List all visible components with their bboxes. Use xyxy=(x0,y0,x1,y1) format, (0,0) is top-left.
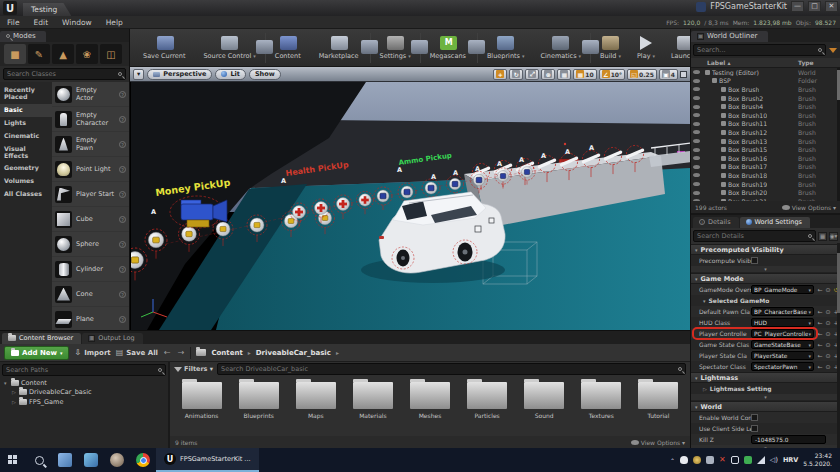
section-lightmass[interactable]: ▾Lightmass xyxy=(691,372,840,383)
toolbar-button[interactable] xyxy=(590,33,591,63)
outliner-row[interactable]: Testing (Editor) World xyxy=(691,68,840,77)
active-app-task-button[interactable]: U FPSGameStarterKit ... xyxy=(156,448,259,472)
outliner-row[interactable]: Box Brush10 Brush xyxy=(691,111,840,120)
network-icon[interactable] xyxy=(757,456,765,464)
perspective-button[interactable]: Perspective xyxy=(147,69,212,80)
details-search-input[interactable] xyxy=(697,232,805,240)
lit-button[interactable]: Lit xyxy=(215,69,245,80)
section-world[interactable]: ▾World xyxy=(691,401,840,412)
visibility-eye-icon[interactable] xyxy=(693,105,700,109)
chrome-app-button[interactable] xyxy=(130,448,156,472)
landscape-mode-icon[interactable]: ▲ xyxy=(52,44,74,64)
asset-folder[interactable]: Particles xyxy=(466,382,509,430)
toolbar-button[interactable] xyxy=(420,33,421,63)
modes-search[interactable] xyxy=(3,68,126,80)
taskbar-clock[interactable]: 23:42 5.5.2020. xyxy=(803,452,834,468)
outliner-row[interactable]: Box Brush21 Brush xyxy=(691,197,840,201)
section-expander[interactable]: ▾ xyxy=(691,445,840,448)
asset-folder[interactable]: Blueprints xyxy=(237,382,280,430)
foliage-mode-icon[interactable]: ❀ xyxy=(76,44,98,64)
tray-icon-red-x[interactable]: ✕ xyxy=(719,456,726,464)
filters-button[interactable]: Filters ▾ xyxy=(174,365,213,373)
toolbar-button[interactable] xyxy=(265,33,266,63)
mode-category[interactable]: Lights xyxy=(0,117,52,130)
visibility-eye-icon[interactable] xyxy=(693,182,700,186)
rotate-tool-button[interactable]: ↻ xyxy=(509,69,523,80)
show-button[interactable]: Show xyxy=(249,69,281,80)
taskbar-search-button[interactable] xyxy=(26,448,52,472)
outliner-row[interactable]: Box Brush Brush xyxy=(691,85,840,94)
tray-icon-gray[interactable] xyxy=(706,456,714,464)
tree-folder-row[interactable]: ▷ FPS_Game xyxy=(2,397,166,407)
language-indicator[interactable]: HRV xyxy=(783,456,798,464)
player-state-dropdown[interactable]: PlayerState▾ xyxy=(751,351,814,360)
visibility-eye-icon[interactable] xyxy=(693,139,700,143)
outliner-row[interactable]: Box Brush13 Brush xyxy=(691,137,840,146)
visibility-eye-icon[interactable] xyxy=(693,148,700,152)
surface-snap-button[interactable]: ▦ xyxy=(557,69,571,80)
paths-search[interactable] xyxy=(2,364,166,376)
assets-search[interactable] xyxy=(217,363,686,375)
assets-search-input[interactable] xyxy=(221,365,675,373)
start-button[interactable] xyxy=(0,448,26,472)
placeable-item[interactable]: Player Start ? xyxy=(52,182,129,207)
details-search[interactable] xyxy=(693,230,816,242)
toolbar-button[interactable]: Build▾ xyxy=(593,34,628,62)
toolbar-button[interactable] xyxy=(370,33,371,63)
outliner-row[interactable]: Box Brush20 Brush xyxy=(691,188,840,197)
asset-folder[interactable]: Tutorial xyxy=(637,382,680,430)
tree-folder-row[interactable]: ▷ DriveableCar_basic xyxy=(2,388,166,398)
scale-tool-button[interactable]: ⤢ xyxy=(525,69,539,80)
menu-edit[interactable]: Edit xyxy=(27,18,56,27)
visibility-eye-icon[interactable] xyxy=(693,191,700,195)
mode-category[interactable]: Geometry xyxy=(0,162,52,175)
visibility-eye-icon[interactable] xyxy=(693,165,700,169)
outliner-row[interactable]: Box Brush12 Brush xyxy=(691,128,840,137)
placeable-item[interactable]: Plane ? xyxy=(52,307,129,330)
toolbar-button[interactable]: Play▾ xyxy=(630,34,662,62)
maximize-button[interactable]: □ xyxy=(808,1,821,12)
world-composition-checkbox[interactable] xyxy=(751,414,758,421)
breadcrumb-content[interactable]: Content xyxy=(211,349,242,357)
toolbar-button[interactable]: Blueprints▾ xyxy=(480,34,532,62)
asset-folder[interactable]: Textures xyxy=(580,382,623,430)
menu-help[interactable]: Help xyxy=(99,18,130,27)
close-button[interactable]: ✕ xyxy=(825,1,838,12)
asset-folder[interactable]: Meshes xyxy=(408,382,451,430)
tray-icon-outline[interactable] xyxy=(731,456,739,464)
section-game-mode[interactable]: ▾Game Mode xyxy=(691,273,840,284)
menu-window[interactable]: Window xyxy=(55,18,99,27)
breadcrumb-folder[interactable]: DriveableCar_basic xyxy=(256,349,331,357)
gamemode-override-dropdown[interactable]: BP_GameMode▾ xyxy=(751,285,814,294)
player-controller-dropdown[interactable]: PC_PlayerController▾ xyxy=(751,329,814,338)
tray-icon-green[interactable] xyxy=(744,456,752,464)
maximize-viewport-icon[interactable] xyxy=(680,71,687,78)
place-mode-icon[interactable]: ■ xyxy=(4,44,26,64)
asset-folder[interactable]: Maps xyxy=(294,382,337,430)
browse-icon[interactable]: ⊙ xyxy=(824,286,832,293)
level-tab[interactable]: Testing xyxy=(23,3,71,16)
hud-class-dropdown[interactable]: HUD▾ xyxy=(751,318,814,327)
grid-snap-button[interactable]: ▦10 xyxy=(573,69,596,80)
outliner-filter-button[interactable] xyxy=(828,45,838,55)
world-settings-tab[interactable]: World Settings xyxy=(740,217,810,228)
use-selected-icon[interactable]: ← xyxy=(816,286,824,293)
import-button[interactable]: ⇩Import xyxy=(74,348,110,357)
asset-folder[interactable]: Sound xyxy=(523,382,566,430)
output-log-tab[interactable]: ≣ Output Log xyxy=(82,333,142,344)
camera-speed-button[interactable]: ▣4 xyxy=(659,69,678,80)
3d-scene[interactable]: AAA AAA AAA AA xyxy=(131,82,690,330)
section-precomputed-visibility[interactable]: ▾Precomputed Visibility xyxy=(691,244,840,255)
viewport-options-button[interactable]: ▾ xyxy=(133,69,144,80)
mode-category[interactable]: Recently Placed xyxy=(0,84,52,104)
precompute-visibility-checkbox[interactable] xyxy=(751,257,758,264)
outliner-row[interactable]: BSP Folder xyxy=(691,77,840,86)
placeable-item[interactable]: Empty Actor ? xyxy=(52,82,129,107)
toolbar-button[interactable]: Content xyxy=(268,34,310,62)
toolbar-button[interactable] xyxy=(477,33,478,63)
default-pawn-dropdown[interactable]: BP_CharacterBase▾ xyxy=(751,307,814,316)
mode-category[interactable]: Basic xyxy=(0,104,52,117)
viewport-scene[interactable]: AAA AAA AAA AA xyxy=(130,82,690,330)
details-tab[interactable]: i Details xyxy=(693,217,739,228)
rotation-snap-button[interactable]: ∠10° xyxy=(599,69,625,80)
